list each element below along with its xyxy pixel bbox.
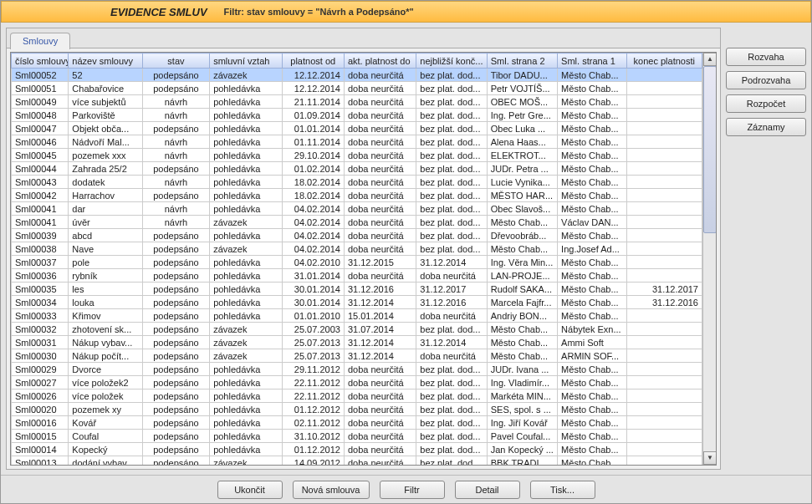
cell-cislo[interactable]: Sml00044 xyxy=(12,162,69,176)
cell-vztah[interactable]: pohledávka xyxy=(210,135,282,149)
cell-nazev[interactable]: pole xyxy=(69,256,142,269)
cell-cislo[interactable]: Sml00035 xyxy=(12,283,69,296)
cell-str1[interactable]: ARMIN SOF... xyxy=(558,349,626,363)
cell-stav[interactable]: podepsáno xyxy=(142,69,209,82)
table-row[interactable]: Sml00045pozemek xxxnávrhpohledávka29.10.… xyxy=(12,149,702,162)
cell-vztah[interactable]: závazek xyxy=(210,323,282,336)
cell-nejbl[interactable]: bez plat. dod... xyxy=(416,403,487,416)
cell-str2[interactable]: Andriy BON... xyxy=(487,309,557,323)
cell-aktplat[interactable]: 31.12.2015 xyxy=(344,256,416,269)
cell-aktplat[interactable]: doba neurčitá xyxy=(344,269,416,283)
cell-vztah[interactable]: závazek xyxy=(210,69,282,82)
scroll-down-icon[interactable]: ▼ xyxy=(703,451,717,465)
cell-aktplat[interactable]: doba neurčitá xyxy=(344,443,416,456)
table-row[interactable]: Sml00047Objekt obča...podepsánopohledávk… xyxy=(12,122,702,135)
cell-vztah[interactable]: pohledávka xyxy=(210,176,282,189)
cell-stav[interactable]: podepsáno xyxy=(142,389,209,403)
cell-konec[interactable] xyxy=(626,430,702,443)
ukoncit-button[interactable]: Ukončit xyxy=(217,481,283,499)
cell-str1[interactable]: Město Chab... xyxy=(558,256,626,269)
cell-str2[interactable]: Město Chab... xyxy=(487,323,557,336)
cell-platnost[interactable]: 14.09.2012 xyxy=(282,456,344,466)
cell-platnost[interactable]: 21.11.2014 xyxy=(282,95,344,109)
cell-aktplat[interactable]: doba neurčitá xyxy=(344,202,416,216)
cell-str2[interactable]: Obec Luka ... xyxy=(487,122,557,135)
cell-vztah[interactable]: závazek xyxy=(210,216,282,229)
cell-konec[interactable] xyxy=(626,242,702,256)
cell-nejbl[interactable]: bez plat. dod... xyxy=(416,323,487,336)
cell-stav[interactable]: návrh xyxy=(142,95,209,109)
cell-stav[interactable]: podepsáno xyxy=(142,456,209,466)
cell-cislo[interactable]: Sml00039 xyxy=(12,229,69,242)
table-row[interactable]: Sml00033Křimovpodepsánopohledávka01.01.2… xyxy=(12,309,702,323)
scroll-thumb[interactable] xyxy=(703,66,717,233)
cell-platnost[interactable]: 25.07.2013 xyxy=(282,349,344,363)
table-row[interactable]: Sml00041úvěrnávrhzávazek04.02.2014doba n… xyxy=(12,216,702,229)
cell-str1[interactable]: Město Chab... xyxy=(558,269,626,283)
cell-nazev[interactable]: Kovář xyxy=(69,416,142,430)
cell-aktplat[interactable]: doba neurčitá xyxy=(344,430,416,443)
cell-nejbl[interactable]: bez plat. dod... xyxy=(416,149,487,162)
cell-str1[interactable]: Město Chab... xyxy=(558,443,626,456)
cell-platnost[interactable]: 22.11.2012 xyxy=(282,376,344,389)
cell-nejbl[interactable]: bez plat. dod... xyxy=(416,189,487,202)
cell-platnost[interactable]: 31.01.2014 xyxy=(282,269,344,283)
cell-nazev[interactable]: Nádvoří Mal... xyxy=(69,135,142,149)
cell-vztah[interactable]: pohledávka xyxy=(210,162,282,176)
cell-cislo[interactable]: Sml00047 xyxy=(12,122,69,135)
cell-nazev[interactable]: více položek xyxy=(69,389,142,403)
cell-str2[interactable]: Rudolf SAKA... xyxy=(487,283,557,296)
cell-nejbl[interactable]: bez plat. dod... xyxy=(416,95,487,109)
table-row[interactable]: Sml00013dodání vybav...podepsánozávazek1… xyxy=(12,456,702,466)
cell-str2[interactable]: JUDr. Ivana ... xyxy=(487,363,557,376)
cell-nazev[interactable]: více položek2 xyxy=(69,376,142,389)
cell-str1[interactable]: Město Chab... xyxy=(558,122,626,135)
table-row[interactable]: Sml00026více položekpodepsánopohledávka2… xyxy=(12,389,702,403)
cell-nazev[interactable]: více subjektů xyxy=(69,95,142,109)
cell-cislo[interactable]: Sml00030 xyxy=(12,349,69,363)
cell-platnost[interactable]: 12.12.2014 xyxy=(282,69,344,82)
cell-cislo[interactable]: Sml00045 xyxy=(12,149,69,162)
table-row[interactable]: Sml00039abcdpodepsánopohledávka04.02.201… xyxy=(12,229,702,242)
cell-aktplat[interactable]: doba neurčitá xyxy=(344,135,416,149)
cell-konec[interactable] xyxy=(626,95,702,109)
scroll-up-icon[interactable]: ▲ xyxy=(703,53,717,66)
cell-nazev[interactable]: dodání vybav... xyxy=(69,456,142,466)
cell-platnost[interactable]: 18.02.2014 xyxy=(282,189,344,202)
cell-nazev[interactable]: Parkoviště xyxy=(69,109,142,122)
cell-cislo[interactable]: Sml00049 xyxy=(12,95,69,109)
cell-str2[interactable]: Alena Haas... xyxy=(487,135,557,149)
cell-stav[interactable]: podepsáno xyxy=(142,283,209,296)
cell-nejbl[interactable]: 31.12.2017 xyxy=(416,283,487,296)
cell-vztah[interactable]: pohledávka xyxy=(210,376,282,389)
cell-nazev[interactable]: Nave xyxy=(69,242,142,256)
cell-aktplat[interactable]: 15.01.2014 xyxy=(344,309,416,323)
cell-nejbl[interactable]: bez plat. dod... xyxy=(416,122,487,135)
col-stav[interactable]: stav xyxy=(142,53,209,69)
cell-aktplat[interactable]: 31.07.2014 xyxy=(344,323,416,336)
cell-str2[interactable]: LAN-PROJE... xyxy=(487,269,557,283)
cell-cislo[interactable]: Sml00029 xyxy=(12,363,69,376)
cell-platnost[interactable]: 01.01.2010 xyxy=(282,309,344,323)
cell-vztah[interactable]: pohledávka xyxy=(210,403,282,416)
cell-stav[interactable]: podepsáno xyxy=(142,376,209,389)
cell-nazev[interactable]: zhotovení sk... xyxy=(69,323,142,336)
cell-cislo[interactable]: Sml00027 xyxy=(12,376,69,389)
cell-konec[interactable] xyxy=(626,323,702,336)
cell-nejbl[interactable]: bez plat. dod... xyxy=(416,162,487,176)
cell-aktplat[interactable]: doba neurčitá xyxy=(344,109,416,122)
cell-cislo[interactable]: Sml00032 xyxy=(12,323,69,336)
cell-platnost[interactable]: 01.09.2014 xyxy=(282,109,344,122)
cell-stav[interactable]: podepsáno xyxy=(142,443,209,456)
cell-aktplat[interactable]: doba neurčitá xyxy=(344,403,416,416)
cell-konec[interactable] xyxy=(626,82,702,95)
cell-vztah[interactable]: pohledávka xyxy=(210,202,282,216)
cell-nazev[interactable]: abcd xyxy=(69,229,142,242)
cell-str2[interactable]: Město Chab... xyxy=(487,216,557,229)
cell-str2[interactable]: Markéta MIN... xyxy=(487,389,557,403)
table-row[interactable]: Sml00042Harrachovpodepsánopohledávka18.0… xyxy=(12,189,702,202)
cell-konec[interactable] xyxy=(626,389,702,403)
cell-aktplat[interactable]: doba neurčitá xyxy=(344,122,416,135)
table-row[interactable]: Sml00032zhotovení sk...podepsánozávazek2… xyxy=(12,323,702,336)
cell-platnost[interactable]: 30.01.2014 xyxy=(282,296,344,309)
